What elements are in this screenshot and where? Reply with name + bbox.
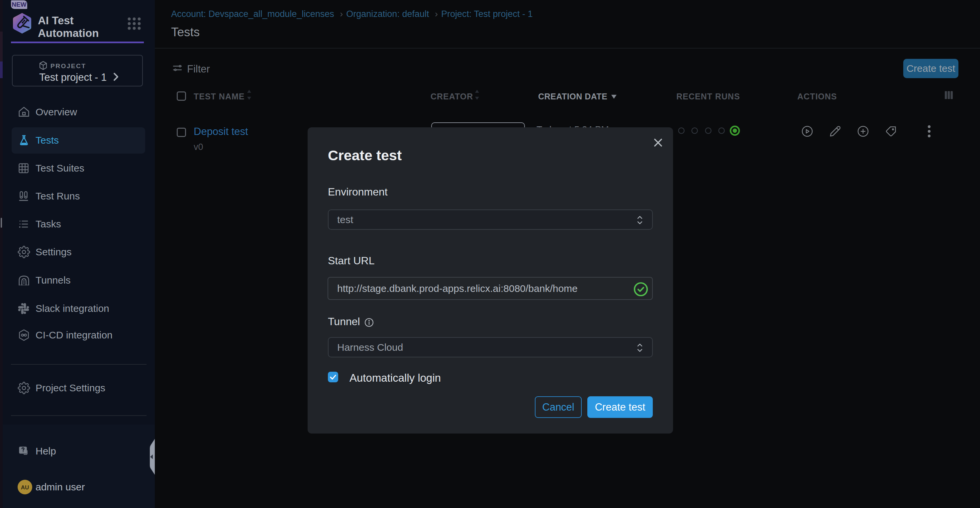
svg-text:AU: AU: [21, 484, 29, 491]
